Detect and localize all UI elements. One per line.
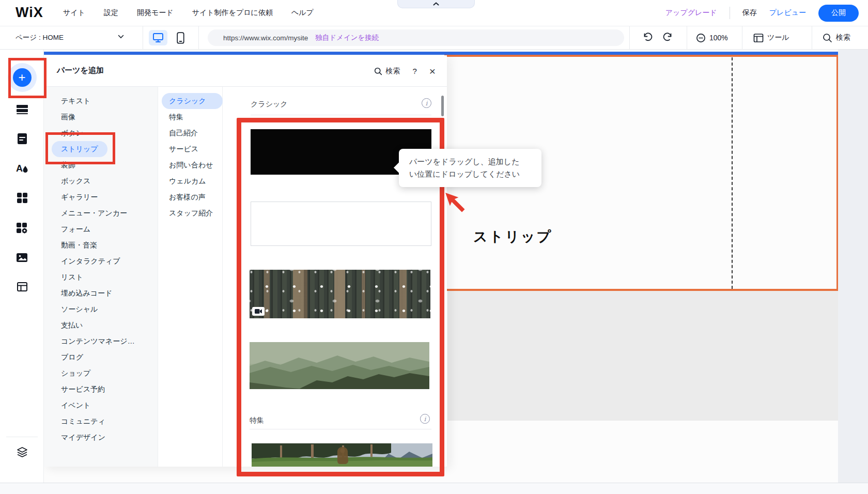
site-design-button[interactable]: A <box>0 157 44 179</box>
panel-help-button[interactable]: ? <box>412 67 416 75</box>
page-toolbar: ページ : HOME https://www.wix.com/mysite 独自… <box>0 26 868 50</box>
tools-icon <box>753 33 764 43</box>
divider <box>143 26 143 49</box>
canvas-section-gray[interactable] <box>447 291 838 421</box>
divider <box>742 26 742 49</box>
image-icon <box>17 253 27 262</box>
tools-button[interactable]: ツール <box>753 26 789 49</box>
category-item[interactable]: ブログ <box>52 349 155 365</box>
subcategory-item[interactable]: 特集 <box>162 109 223 125</box>
page-icon <box>18 133 27 144</box>
drag-drop-tooltip: パーツをドラッグし、追加した い位置にドロップしてください <box>399 149 541 187</box>
site-url: https://www.wix.com/mysite <box>223 34 308 42</box>
undo-icon <box>643 33 653 43</box>
save-button[interactable]: 保存 <box>742 8 757 18</box>
subcategory-list: クラシック特集自己紹介サービスお問い合わせウェルカムお客様の声スタッフ紹介 <box>162 93 223 221</box>
divider <box>730 7 730 19</box>
connect-domain-link[interactable]: 独自ドメインを接続 <box>315 33 379 42</box>
add-section-button[interactable] <box>0 98 44 121</box>
category-item[interactable]: コミュニティ <box>52 413 155 429</box>
editor-background <box>838 50 868 483</box>
category-item[interactable]: マイデザイン <box>52 429 155 445</box>
content-manager-button[interactable] <box>0 275 44 298</box>
tooltip-line2: い位置にドロップしてください <box>409 168 541 180</box>
mobile-view-button[interactable] <box>173 30 188 45</box>
desktop-view-button[interactable] <box>149 30 167 45</box>
sections-icon <box>17 105 28 114</box>
subcategory-item[interactable]: お客様の声 <box>162 189 223 205</box>
category-item[interactable]: コンテンツマネージ… <box>52 333 155 349</box>
category-item[interactable]: 画像 <box>52 109 155 125</box>
subcategory-item[interactable]: サービス <box>162 141 223 157</box>
collapsed-notification-tab[interactable] <box>397 0 475 8</box>
apps-gear-icon <box>17 223 27 234</box>
layers-icon <box>17 447 28 457</box>
pages-menu-button[interactable] <box>0 127 44 150</box>
search-label: 検索 <box>836 33 850 42</box>
category-item[interactable]: ボックス <box>52 173 155 189</box>
zoom-out-control[interactable]: 100% <box>696 26 728 49</box>
media-button[interactable] <box>0 246 44 269</box>
category-item[interactable]: ギャラリー <box>52 189 155 205</box>
redo-button[interactable] <box>662 26 673 49</box>
subcategory-item[interactable]: お問い合わせ <box>162 157 223 173</box>
panel-search-button[interactable]: 検索 <box>374 67 400 76</box>
bottom-bar <box>0 483 868 494</box>
desktop-icon <box>152 33 164 43</box>
category-item[interactable]: メニュー・アンカー <box>52 205 155 221</box>
redo-icon <box>662 33 673 43</box>
subcategory-item[interactable]: スタッフ紹介 <box>162 205 223 221</box>
wix-logo[interactable]: WiX <box>16 5 43 21</box>
category-item[interactable]: フォーム <box>52 221 155 237</box>
my-apps-button[interactable] <box>0 217 44 239</box>
divider <box>812 26 812 49</box>
app-market-button[interactable] <box>0 187 44 209</box>
divider <box>687 26 687 49</box>
menu-item[interactable]: ヘルプ <box>291 8 314 18</box>
panel-scrollbar[interactable] <box>441 96 444 116</box>
publish-button[interactable]: 公開 <box>818 5 859 22</box>
zoom-level: 100% <box>709 34 728 42</box>
apps-icon <box>17 193 27 203</box>
annotation-box-add-button <box>8 58 47 98</box>
divider <box>629 26 630 49</box>
undo-button[interactable] <box>643 26 653 49</box>
category-item[interactable]: サービス予約 <box>52 381 155 397</box>
menu-item[interactable]: 設定 <box>104 8 118 18</box>
menu-item[interactable]: 開発モード <box>137 8 174 18</box>
sidebar-divider <box>6 437 38 437</box>
section-heading-classic: クラシック <box>251 100 288 109</box>
tools-label: ツール <box>767 33 789 42</box>
preview-button[interactable]: プレビュー <box>769 8 806 18</box>
upgrade-link[interactable]: アップグレード <box>665 8 717 18</box>
subcategory-item[interactable]: ウェルカム <box>162 173 223 189</box>
top-menu: サイト設定開発モードサイト制作をプロに依頼ヘルプ <box>63 0 314 26</box>
category-item[interactable]: テキスト <box>52 93 155 109</box>
category-item[interactable]: ショップ <box>52 365 155 381</box>
category-item[interactable]: リスト <box>52 269 155 285</box>
category-item[interactable]: ソーシャル <box>52 301 155 317</box>
wix-editor: ストリップ WiX サイト設定開発モードサイト制作をプロに依頼ヘルプ アップグレ… <box>0 0 868 494</box>
category-item[interactable]: イベント <box>52 397 155 413</box>
annotation-box-strip-category <box>45 132 115 164</box>
table-icon <box>17 282 27 291</box>
category-item[interactable]: インタラクティブ <box>52 253 155 269</box>
editor-sidebar: + A <box>0 50 44 483</box>
subcategory-item[interactable]: 自己紹介 <box>162 125 223 141</box>
search-button[interactable]: 検索 <box>823 26 850 49</box>
canvas-strip-label: ストリップ <box>473 227 552 246</box>
section-divider <box>251 115 431 115</box>
menu-item[interactable]: サイト <box>63 8 85 18</box>
page-selector[interactable]: ページ : HOME <box>16 26 64 49</box>
chevron-down-icon[interactable] <box>118 35 124 39</box>
category-item[interactable]: 支払い <box>52 317 155 333</box>
category-item[interactable]: 埋め込みコード <box>52 285 155 301</box>
menu-item[interactable]: サイト制作をプロに依頼 <box>192 8 273 18</box>
panel-search-label: 検索 <box>385 67 400 76</box>
info-icon[interactable]: i <box>422 98 431 108</box>
layers-button[interactable] <box>0 441 44 464</box>
panel-header: パーツを追加 検索 ? × <box>44 55 447 87</box>
panel-close-button[interactable]: × <box>429 66 436 76</box>
category-item[interactable]: 動画・音楽 <box>52 237 155 253</box>
subcategory-item[interactable]: クラシック <box>162 93 223 109</box>
